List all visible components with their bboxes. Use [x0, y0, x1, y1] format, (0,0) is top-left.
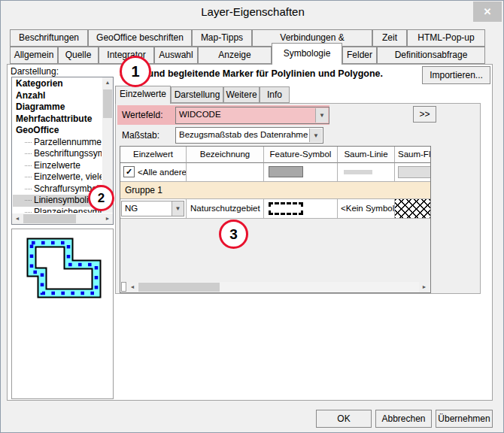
table-scroll-corner: [121, 282, 126, 292]
table-hscrollbar[interactable]: ◄ ►: [120, 282, 430, 292]
close-button[interactable]: ✕: [473, 2, 502, 22]
page-heading: Saum und begleitende Marker für Polylini…: [120, 68, 413, 79]
gray-fill-swatch[interactable]: [269, 166, 303, 177]
table-row-alle-anderen[interactable]: ✓ <Alle anderen Werte>: [120, 163, 430, 182]
tab-quelle[interactable]: Quelle: [58, 47, 99, 64]
row-checkbox[interactable]: ✓: [123, 166, 135, 177]
tab-symbologie[interactable]: Symbologie: [272, 43, 342, 65]
tab-auswahl[interactable]: Auswahl: [154, 47, 198, 64]
checkmark-icon: ✓: [126, 167, 132, 176]
tab-geooffice-beschriften[interactable]: GeoOffice beschriften: [88, 29, 192, 47]
tab-map-tipps[interactable]: Map-Tipps: [192, 29, 252, 47]
scroll-left-icon[interactable]: ◄: [127, 282, 138, 292]
einzelwert-value: <Alle anderen Werte>: [138, 163, 186, 181]
import-button[interactable]: Importieren...: [422, 66, 490, 84]
tab-zeit[interactable]: Zeit: [372, 29, 407, 47]
tab-definitionsabfrage[interactable]: Definitionsabfrage: [377, 47, 485, 64]
tree-item-parzellennummerierung[interactable]: Parzellennummerierung: [13, 137, 102, 149]
tab-allgemein[interactable]: Allgemein: [10, 47, 58, 64]
tree-item-diagramme[interactable]: Diagramme: [13, 101, 102, 114]
tree-item-einzelwerte[interactable]: Einzelwerte: [13, 160, 102, 172]
table-row-ng[interactable]: NG ▼ Naturschutzgebiet <Kein Symbol>: [120, 199, 430, 219]
annotation-circle-2: 2: [88, 185, 114, 211]
bezeichnung-value[interactable]: Naturschutzgebiet: [187, 199, 264, 219]
layer-properties-dialog: Layer-Eigenschaften ✕ Beschriftungen Geo…: [0, 0, 504, 433]
cancel-button[interactable]: Abbrechen: [375, 410, 432, 428]
table-group-row[interactable]: Gruppe 1: [120, 182, 430, 199]
einzelwerte-table: Einzelwert Bezeichnung Feature-Symbol Sa…: [120, 146, 431, 293]
einzelwert-combobox[interactable]: NG ▼: [121, 201, 184, 216]
massstab-value: Bezugsmaßstab des Datenrahmens: [179, 130, 308, 139]
scroll-right-icon[interactable]: ►: [419, 282, 430, 292]
inner-tab-info[interactable]: Info: [260, 86, 290, 103]
tree-item-kategorien[interactable]: Kategorien: [13, 78, 102, 90]
tree-item-einzelwerte-viele[interactable]: Einzelwerte, viele Felder: [13, 171, 102, 183]
tree-item-beschriftungssymbolik[interactable]: Beschriftungssymbolik: [13, 148, 102, 160]
dialog-title: Layer-Eigenschaften: [1, 1, 504, 25]
inner-tab-weitere[interactable]: Weitere: [223, 86, 260, 103]
apply-button[interactable]: Übernehmen: [436, 410, 493, 428]
tab-html-popup[interactable]: HTML-Pop-up: [407, 29, 485, 47]
tree-item-planzeichensymbolik[interactable]: Planzeichensymbolik: [13, 207, 102, 213]
darstellung-label: Darstellung:: [11, 66, 59, 77]
tree-item-anzahl[interactable]: Anzahl: [13, 90, 102, 102]
column-header-feature-symbol: Feature-Symbol: [264, 147, 338, 163]
expand-button[interactable]: >>: [413, 106, 436, 123]
chevron-down-icon[interactable]: ▼: [315, 108, 328, 123]
inner-tab-darstellung[interactable]: Darstellung: [171, 86, 223, 103]
black-dashed-outline-swatch[interactable]: [269, 202, 303, 215]
einzelwert-value: NG: [125, 204, 138, 213]
inner-tab-einzelwerte[interactable]: Einzelwerte: [115, 86, 171, 104]
chevron-down-icon[interactable]: ▼: [309, 129, 322, 142]
tab-beschriftungen[interactable]: Beschriftungen: [10, 29, 88, 47]
table-hscroll-thumb[interactable]: [138, 283, 220, 292]
tab-anzeige[interactable]: Anzeige: [198, 47, 272, 64]
massstab-label: Maßstab:: [122, 130, 159, 141]
chevron-down-icon[interactable]: ▼: [172, 201, 184, 216]
scroll-left-icon[interactable]: ◄: [12, 213, 23, 224]
annotation-circle-3: 3: [219, 220, 248, 249]
light-gray-fill-swatch[interactable]: [398, 166, 430, 178]
group-label: Gruppe 1: [125, 185, 162, 195]
ok-button[interactable]: OK: [316, 410, 372, 428]
wertefeld-label: Wertefeld:: [122, 110, 162, 120]
wertefeld-dropdown[interactable]: WIDCODE ▼: [175, 107, 329, 124]
wertefeld-value: WIDCODE: [179, 110, 314, 119]
column-header-einzelwert: Einzelwert: [120, 147, 187, 163]
scroll-right-icon[interactable]: ►: [102, 213, 113, 224]
light-gray-line-swatch[interactable]: [344, 170, 372, 174]
saum-linie-value[interactable]: <Kein Symbol>: [338, 199, 395, 219]
black-crosshatch-swatch[interactable]: [395, 199, 430, 218]
close-icon: ✕: [484, 6, 492, 17]
column-header-saum-flaeche: Saum-Fläche: [395, 147, 430, 163]
tree-item-geooffice[interactable]: GeoOffice: [13, 125, 102, 137]
column-header-bezeichnung: Bezeichnung: [187, 147, 264, 163]
table-header-row: Einzelwert Bezeichnung Feature-Symbol Sa…: [120, 147, 430, 163]
tree-item-mehrfachattribute[interactable]: Mehrfachattribute: [13, 114, 102, 126]
massstab-dropdown[interactable]: Bezugsmaßstab des Datenrahmens ▼: [175, 127, 323, 144]
tab-felder[interactable]: Felder: [342, 47, 377, 64]
column-header-saum-linie: Saum-Linie: [338, 147, 395, 163]
tree-hscrollbar[interactable]: ◄ ►: [12, 213, 113, 224]
bezeichnung-value[interactable]: [187, 163, 264, 182]
tree-vscroll-thumb[interactable]: [103, 89, 112, 118]
naturschutzgebiet-symbol-preview: [14, 231, 112, 306]
tree-hscroll-thumb[interactable]: [23, 214, 76, 223]
symbol-preview-panel: [11, 229, 114, 399]
scroll-up-icon[interactable]: ▲: [102, 77, 113, 88]
annotation-circle-1: 1: [120, 56, 151, 87]
